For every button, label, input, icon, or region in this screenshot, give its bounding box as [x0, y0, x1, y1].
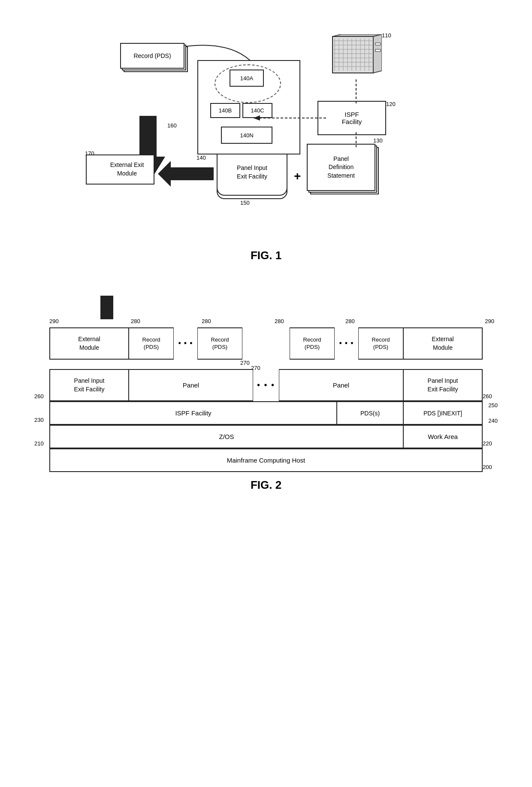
ispf-facility-box: ISPFFacility [317, 101, 386, 135]
fig1-container: Record (PDS) 160 170 External ExitModule [26, 17, 506, 275]
exit-icon [100, 296, 113, 319]
panel-center-left: Panel [129, 369, 253, 401]
lbl-280-2-top: 280 [202, 318, 211, 324]
panel-input-exit-box: Panel InputExit Facility [217, 149, 287, 196]
zos-row-inner: Z/OS Work Area [49, 425, 483, 448]
server-icon [330, 34, 382, 82]
panel-input-wrap: Panel InputExit Facility [217, 149, 289, 200]
box-140n: 140N [221, 127, 272, 144]
fig2-container: 290 280 280 280 280 290 ExternalModule [26, 318, 506, 492]
lbl-200-left [34, 448, 49, 472]
panel-labeled-row: 260 Panel InputExit Facility Panel [34, 369, 498, 401]
box-140a: 140A [230, 70, 264, 87]
panel-input-left: Panel InputExit Facility [49, 369, 129, 401]
record-pds-4: Record(PDS) [358, 327, 403, 360]
dots-rec-left: • • • [174, 327, 197, 360]
lbl-110: 110 [382, 32, 391, 39]
record-pds-front: Record (PDS) [120, 43, 184, 69]
ext-mod-right: ExternalModule [403, 327, 483, 360]
top-labels-row: 290 280 280 280 280 290 [34, 318, 498, 327]
zos-labeled-row: 210 Z/OS Work Area 220 [34, 425, 498, 448]
lbl-120: 120 [386, 101, 396, 107]
records-row: ExternalModule Record(PDS) • • • Record(… [49, 327, 483, 360]
fig1-diagram: Record (PDS) 160 170 External ExitModule [73, 17, 459, 240]
fig2-label: FIG. 2 [251, 478, 281, 492]
lbl-220: 220 [483, 425, 498, 448]
mainframe-row: Mainframe Computing Host [49, 448, 483, 472]
pds-inexit-box: PDS [)INEXIT] [403, 401, 483, 425]
panel-def-front: PanelDefinitionStatement [307, 144, 375, 191]
svg-rect-23 [375, 49, 381, 51]
lbl-230: 230 [34, 401, 49, 425]
dots-labels-row: 270 270 [34, 360, 498, 369]
lbl-280-4-top: 280 [345, 318, 355, 324]
ext-mod-left: ExternalModule [49, 327, 129, 360]
ispf-facility-fig2: ISPF Facility [49, 401, 337, 425]
panel-row-inner: Panel InputExit Facility Panel • • • Pan… [49, 369, 483, 401]
mainframe-labeled-row: Mainframe Computing Host 200 [34, 448, 498, 472]
lbl-260-right: 260 [483, 369, 498, 401]
right-nums-ispf: 250 240 [483, 401, 498, 425]
dots-middle: • • • [253, 369, 279, 401]
arrow-left-svg [158, 161, 214, 187]
plus-sign: + [294, 170, 301, 183]
box-140b: 140B [210, 103, 240, 118]
record-pds-1: Record(PDS) [129, 327, 174, 360]
lbl-150: 150 [240, 200, 250, 206]
records-row-inner: ExternalModule Record(PDS) • • • Record(… [49, 327, 483, 360]
spacer-center-rec [242, 327, 290, 360]
panel-input-right: Panel InputExit Facility [403, 369, 483, 401]
lbl-130: 130 [373, 137, 383, 144]
dots-rec-right: • • • [335, 327, 358, 360]
ispf-row: ISPF Facility PDS(s) PDS [)INEXIT] [49, 401, 483, 425]
lbl-290-right-top: 290 [485, 318, 494, 324]
record-pds-2: Record(PDS) [197, 327, 242, 360]
left-num-spacer-rec [34, 327, 49, 360]
zos-row: Z/OS Work Area [49, 425, 483, 448]
panel-center-right: Panel [279, 369, 403, 401]
right-num-spacer-rec [483, 327, 498, 360]
svg-marker-2 [158, 161, 214, 187]
lbl-240: 240 [488, 418, 498, 424]
dashed-arrow-svg [251, 112, 326, 124]
record-pds-3: Record(PDS) [290, 327, 335, 360]
panel-def-stack: PanelDefinitionStatement [307, 144, 378, 195]
lbl-200-right: 200 [483, 448, 498, 472]
records-labeled-row: ExternalModule Record(PDS) • • • Record(… [34, 327, 498, 360]
lbl-280-1-top: 280 [131, 318, 140, 324]
mainframe-row-content: Mainframe Computing Host [49, 448, 483, 472]
svg-rect-22 [375, 43, 381, 45]
fig2-wrapper: 290 280 280 280 280 290 ExternalModule [34, 318, 498, 472]
lbl-160: 160 [167, 122, 177, 129]
lbl-210: 210 [34, 425, 49, 448]
record-pds-stack: Record (PDS) [120, 43, 184, 69]
ispf-row-inner: ISPF Facility PDS(s) PDS [)INEXIT] [49, 401, 483, 425]
svg-rect-3 [332, 36, 373, 73]
ext-exit-module-box: External ExitModule [86, 154, 154, 185]
lbl-250: 250 [488, 402, 498, 409]
lbl-140: 140 [196, 154, 206, 161]
lbl-270-a: 270 [240, 360, 250, 366]
ispf-labeled-row: 230 ISPF Facility PDS(s) PDS [)INEXIT] [34, 401, 498, 425]
fig1-label: FIG. 1 [251, 249, 281, 262]
panel-row: Panel InputExit Facility Panel • • • Pan… [49, 369, 483, 401]
dialog-container: 140A 140B 140C 140N [197, 60, 300, 154]
lbl-260-left: 260 [34, 369, 49, 401]
lbl-290-left-top: 290 [49, 318, 59, 324]
work-area-box: Work Area [403, 425, 483, 448]
zos-box: Z/OS [49, 425, 403, 448]
page: Record (PDS) 160 170 External ExitModule [0, 0, 532, 787]
svg-marker-5 [373, 34, 382, 73]
lbl-280-3-top: 280 [275, 318, 284, 324]
pds-s-box: PDS(s) [337, 401, 403, 425]
